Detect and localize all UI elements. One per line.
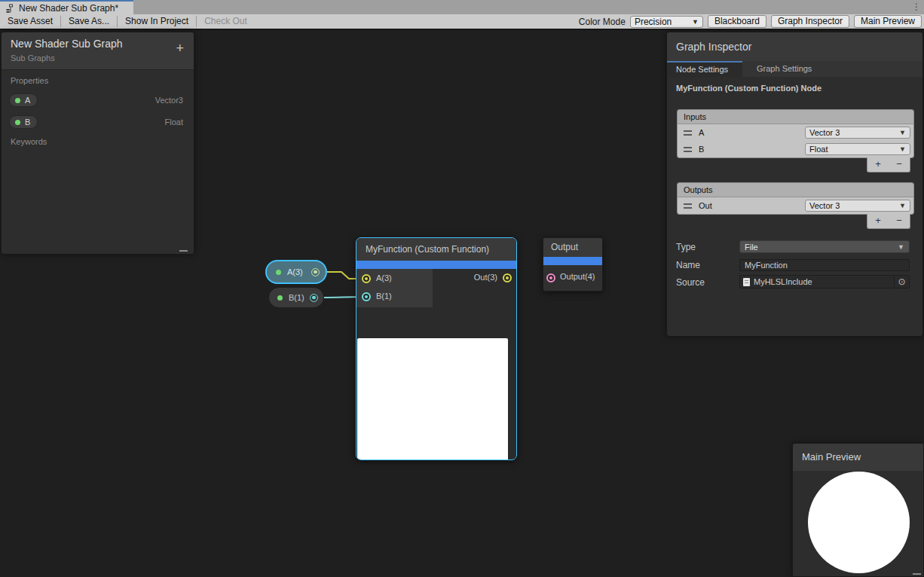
custom-function-node[interactable]: MyFunction (Custom Function) A(3) B(1) O… [356,237,517,460]
name-field[interactable]: MyFunction [739,259,910,271]
blackboard-subtitle: Sub Graphs [11,53,185,63]
blackboard-resize-handle[interactable] [179,250,188,252]
check-out-button: Check Out [197,14,255,29]
drag-handle-icon[interactable] [684,203,692,209]
property-node-a[interactable]: A(3) [265,260,327,284]
color-mode-dropdown[interactable]: Precision ▼ [630,16,703,28]
keywords-section-label: Keywords [11,137,47,146]
output-name: Out [699,201,712,210]
tab-title: New Shader Sub Graph* [19,3,118,14]
output-port-label: Out(3) [474,273,497,282]
chevron-down-icon: ▼ [899,145,906,153]
input-type-value: Float [809,145,828,154]
inputs-list: Inputs A Vector 3 ▼ B Float ▼ [677,109,914,158]
type-dropdown[interactable]: File ▼ [739,240,910,253]
window-tab-bar: New Shader Sub Graph* ⋮ [0,0,924,14]
exposed-property-dot [277,295,283,301]
node-preview-area [357,338,508,460]
property-a-output-port[interactable] [311,268,320,276]
inputs-list-footer: + − [867,157,910,172]
inspector-tab-strip: Node Settings Graph Settings [667,61,922,77]
properties-section-label: Properties [11,76,48,85]
outputs-list-footer: + − [867,214,910,229]
function-input-port-b[interactable] [362,292,371,301]
exposed-property-dot [15,98,20,103]
save-asset-button[interactable]: Save Asset [0,14,60,29]
chevron-down-icon: ▼ [899,129,906,136]
outputs-list-header: Outputs [678,183,913,197]
main-preview-resize-handle[interactable] [913,573,921,575]
node-precision-bar [356,261,516,269]
outputs-row-out[interactable]: Out Vector 3 ▼ [678,197,913,214]
node-body: A(3) B(1) Out(3) [356,269,516,459]
property-node-label: B(1) [289,293,304,302]
input-port-label: B(1) [376,292,392,301]
input-name: A [699,128,704,137]
add-input-button[interactable]: + [867,157,889,172]
add-output-button[interactable]: + [867,214,889,228]
property-name: A [25,96,30,105]
property-name: B [25,118,30,127]
graph-inspector-toggle-button[interactable]: Graph Inspector [771,15,849,28]
remove-input-button[interactable]: − [889,157,910,172]
blackboard-property-b[interactable]: B [9,115,38,129]
exposed-property-dot [276,270,281,275]
add-property-button[interactable]: + [176,41,184,55]
inputs-row-a[interactable]: A Vector 3 ▼ [678,124,913,141]
node-precision-bar [543,257,602,265]
name-label: Name [676,260,700,270]
inputs-row-b[interactable]: B Float ▼ [678,141,913,157]
chevron-down-icon: ▼ [898,243,904,251]
output-node-input-port[interactable] [546,273,555,282]
input-port-label: A(3) [376,273,392,282]
node-settings-heading: MyFunction (Custom Function) Node [676,84,822,93]
main-toolbar: Save Asset Save As... Show In Project Ch… [0,14,924,30]
save-as-button[interactable]: Save As... [61,14,117,29]
show-in-project-button[interactable]: Show In Project [118,14,196,29]
function-input-port-a[interactable] [362,274,371,283]
output-node[interactable]: Output Output(4) [543,237,603,292]
blackboard-panel: New Shader Sub Graph Sub Graphs + Proper… [1,32,194,255]
tab-new-shader-sub-graph[interactable]: New Shader Sub Graph* [0,0,133,14]
inspector-title: Graph Inspector [667,32,922,61]
shader-preview-sphere[interactable] [808,472,910,573]
main-preview-toggle-button[interactable]: Main Preview [854,15,922,28]
drag-handle-icon[interactable] [684,147,692,152]
blackboard-toggle-button[interactable]: Blackboard [708,15,766,28]
color-mode-value: Precision [635,17,672,27]
source-label: Source [676,277,705,288]
input-type-dropdown[interactable]: Vector 3 ▼ [805,127,910,139]
chevron-down-icon: ▼ [899,202,906,209]
remove-output-button[interactable]: − [889,214,910,228]
drag-handle-icon[interactable] [684,130,692,136]
chevron-down-icon: ▼ [692,18,699,26]
graph-inspector-panel: Graph Inspector Node Settings Graph Sett… [666,32,923,337]
source-object-field[interactable]: MyHLSLInclude ⊙ [739,275,910,288]
inputs-list-header: Inputs [678,110,913,124]
blackboard-title: New Shader Sub Graph [11,38,185,50]
outputs-list: Outputs Out Vector 3 ▼ [677,182,914,215]
blackboard-property-a[interactable]: A [9,93,38,107]
shader-graph-icon [6,4,15,13]
property-node-b[interactable]: B(1) [268,287,324,308]
node-title: MyFunction (Custom Function) [356,238,516,261]
input-type-dropdown[interactable]: Float ▼ [805,143,910,155]
input-type-value: Vector 3 [809,128,840,137]
window-menu-icon[interactable]: ⋮ [912,1,921,14]
output-type-dropdown[interactable]: Vector 3 ▼ [805,200,910,212]
property-b-output-port[interactable] [310,294,318,302]
exposed-property-dot [15,120,20,125]
source-value: MyHLSLInclude [754,277,812,286]
object-picker-icon[interactable]: ⊙ [894,276,909,288]
function-output-port-out[interactable] [503,273,512,282]
output-type-value: Vector 3 [809,201,840,210]
property-type-label: Vector3 [155,96,183,105]
tab-graph-settings[interactable]: Graph Settings [742,61,812,77]
output-port-label: Output(4) [560,272,595,281]
blackboard-header[interactable]: New Shader Sub Graph Sub Graphs + [2,32,194,70]
tab-node-settings[interactable]: Node Settings [667,61,742,77]
property-type-label: Float [165,118,183,127]
input-name: B [699,145,704,154]
type-label: Type [676,242,696,252]
property-node-label: A(3) [287,267,303,276]
